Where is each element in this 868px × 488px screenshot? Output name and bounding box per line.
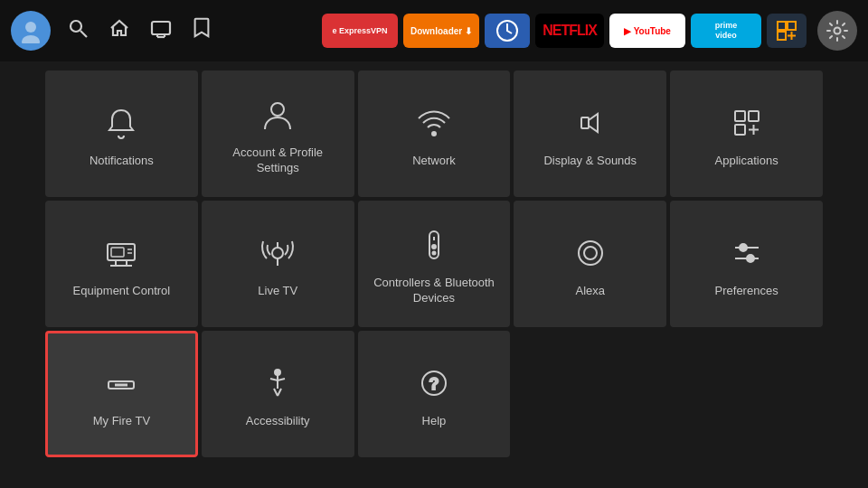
downloader-button[interactable]: Downloader ⬇ <box>403 14 479 48</box>
svg-rect-41 <box>747 255 754 262</box>
notifications-label: Notifications <box>90 154 154 169</box>
tv-icon[interactable] <box>146 14 175 48</box>
empty-cell <box>670 331 823 457</box>
svg-rect-27 <box>111 248 124 257</box>
grid-item-account-profile[interactable]: Account & Profile Settings <box>202 70 354 197</box>
accessibility-label: Accessibility <box>246 414 310 429</box>
svg-point-1 <box>22 35 40 43</box>
account-profile-label: Account & Profile Settings <box>211 145 345 176</box>
navbar: e ExpressVPN Downloader ⬇ NETFLIX ▶ YouT… <box>0 0 868 61</box>
app-shortcuts: e ExpressVPN Downloader ⬇ NETFLIX ▶ YouT… <box>322 14 807 48</box>
controllers-icon <box>416 223 452 267</box>
preferences-icon <box>729 231 765 275</box>
live-tv-label: Live TV <box>258 284 297 299</box>
svg-point-34 <box>432 245 436 249</box>
equipment-icon <box>103 231 139 275</box>
svg-rect-9 <box>778 22 786 30</box>
settings-grid: NotificationsAccount & Profile SettingsN… <box>0 65 868 463</box>
equipment-label: Equipment Control <box>73 284 171 299</box>
svg-point-36 <box>579 241 602 265</box>
alexa-label: Alexa <box>576 284 606 299</box>
svg-rect-19 <box>749 111 759 121</box>
grid-item-applications[interactable]: Applications <box>670 70 823 197</box>
search-icon[interactable] <box>63 14 92 48</box>
help-label: Help <box>422 414 447 429</box>
grid-item-alexa[interactable]: Alexa <box>514 201 666 327</box>
svg-text:?: ? <box>429 375 439 393</box>
svg-point-44 <box>275 370 280 375</box>
grid-item-notifications[interactable]: Notifications <box>45 70 198 197</box>
svg-line-3 <box>80 31 87 37</box>
help-icon: ? <box>416 361 452 405</box>
nav-left <box>11 11 215 51</box>
network-label: Network <box>412 154 456 169</box>
grid-item-accessibility[interactable]: Accessibility <box>202 331 354 457</box>
home-icon[interactable] <box>105 14 134 48</box>
display-sounds-label: Display & Sounds <box>543 154 637 169</box>
display-sounds-icon <box>572 101 609 145</box>
settings-button[interactable] <box>817 11 857 51</box>
generic-app-button[interactable] <box>485 14 530 48</box>
accessibility-icon <box>259 361 296 405</box>
preferences-label: Preferences <box>715 284 778 299</box>
grid-item-equipment[interactable]: Equipment Control <box>45 201 198 327</box>
empty-cell <box>514 331 666 457</box>
notifications-icon <box>103 101 139 145</box>
applications-icon <box>729 101 765 145</box>
avatar[interactable] <box>11 11 51 51</box>
svg-rect-10 <box>788 22 796 30</box>
live-tv-icon <box>259 231 296 275</box>
prime-video-button[interactable]: primevideo <box>691 14 761 48</box>
svg-point-16 <box>432 132 436 136</box>
svg-rect-18 <box>735 111 745 121</box>
svg-point-30 <box>272 248 283 258</box>
applications-label: Applications <box>715 154 778 169</box>
expressvpn-button[interactable]: e ExpressVPN <box>322 14 398 48</box>
grid-item-display-sounds[interactable]: Display & Sounds <box>514 70 666 197</box>
grid-item-help[interactable]: ?Help <box>358 331 511 457</box>
svg-rect-11 <box>778 32 786 40</box>
grid-item-controllers[interactable]: Controllers & Bluetooth Devices <box>358 201 511 327</box>
controllers-label: Controllers & Bluetooth Devices <box>367 276 502 306</box>
my-fire-tv-label: My Fire TV <box>93 414 150 429</box>
svg-rect-17 <box>581 117 589 128</box>
alexa-icon <box>572 231 609 275</box>
svg-rect-20 <box>735 125 745 135</box>
netflix-button[interactable]: NETFLIX <box>535 14 604 48</box>
grid-item-live-tv[interactable]: Live TV <box>202 201 354 327</box>
bookmark-icon[interactable] <box>188 14 215 48</box>
svg-rect-40 <box>740 244 747 251</box>
svg-point-2 <box>71 21 81 32</box>
svg-point-37 <box>584 247 597 259</box>
account-profile-icon <box>259 93 296 136</box>
svg-point-35 <box>432 252 435 255</box>
svg-rect-4 <box>152 22 170 34</box>
svg-point-15 <box>271 103 284 116</box>
youtube-button[interactable]: ▶ YouTube <box>609 14 685 48</box>
svg-point-14 <box>835 28 841 34</box>
all-apps-button[interactable] <box>767 14 807 48</box>
grid-item-preferences[interactable]: Preferences <box>670 201 823 327</box>
svg-point-0 <box>25 22 36 33</box>
grid-item-my-fire-tv[interactable]: My Fire TV <box>45 331 198 457</box>
network-icon <box>416 101 452 145</box>
grid-item-network[interactable]: Network <box>358 70 511 197</box>
my-fire-tv-icon <box>103 361 139 405</box>
